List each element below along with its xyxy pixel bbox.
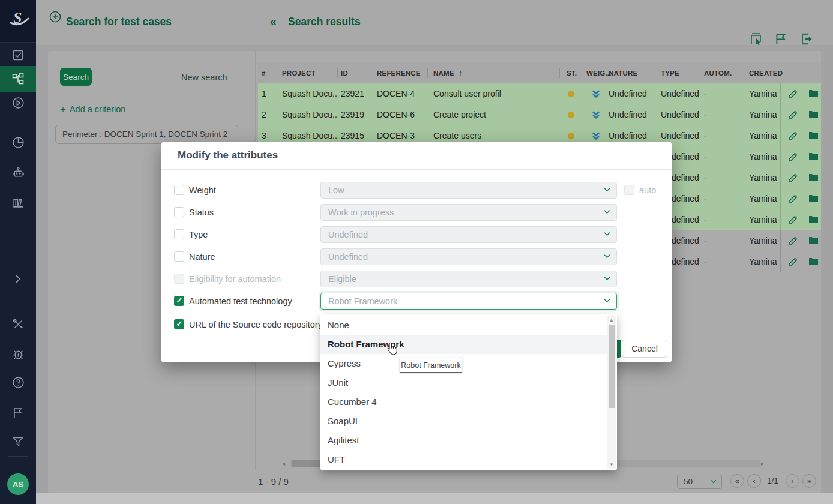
- folder-icon[interactable]: [808, 131, 819, 141]
- option-soapui[interactable]: SoapUI: [320, 412, 607, 431]
- sidebar-item-reporting[interactable]: [0, 130, 36, 154]
- col-created[interactable]: CREATED: [749, 63, 783, 83]
- folder-icon[interactable]: [808, 173, 819, 183]
- sidebar-item-filter[interactable]: [0, 430, 36, 454]
- option-cucumber-4[interactable]: Cucumber 4: [320, 392, 607, 412]
- next-page-button[interactable]: ›: [786, 474, 799, 488]
- option-agilitest[interactable]: Agilitest: [320, 431, 607, 450]
- sidebar-item-help[interactable]: [0, 370, 36, 394]
- back-button[interactable]: [49, 11, 61, 23]
- row-actions: [780, 188, 821, 209]
- type-select[interactable]: Undefined: [320, 226, 617, 243]
- sidebar-item-test-cases[interactable]: [0, 66, 36, 92]
- folder-icon[interactable]: [808, 110, 819, 120]
- type-checkbox[interactable]: [174, 229, 184, 239]
- edit-icon[interactable]: [788, 173, 798, 183]
- weight-select[interactable]: Low: [320, 182, 617, 199]
- edit-icon[interactable]: [788, 236, 798, 246]
- sidebar-item-administration[interactable]: [0, 312, 36, 336]
- folder-icon[interactable]: [808, 152, 819, 162]
- table-row[interactable]: 1Squash Docu...23921DOCEN-4Consult user …: [258, 83, 821, 104]
- cancel-button[interactable]: Cancel: [622, 340, 667, 358]
- row-actions: [780, 125, 821, 146]
- sidebar-item-bugtracker[interactable]: [0, 342, 36, 366]
- edit-icon[interactable]: [788, 131, 798, 141]
- mass-edit-button[interactable]: [749, 32, 763, 47]
- last-page-button[interactable]: »: [802, 474, 816, 488]
- status-checkbox[interactable]: [174, 207, 184, 217]
- chevron-down-icon: [604, 209, 610, 215]
- col-reference[interactable]: REFERENCE: [377, 63, 421, 83]
- edit-icon[interactable]: [788, 110, 798, 120]
- option-none[interactable]: None: [320, 316, 607, 335]
- scroll-down-icon[interactable]: ▼: [607, 462, 616, 467]
- prev-page-button[interactable]: ‹: [747, 474, 761, 488]
- edit-icon[interactable]: [788, 89, 798, 99]
- folder-icon[interactable]: [808, 89, 819, 99]
- sidebar-item-requirements[interactable]: [0, 43, 36, 67]
- sidebar-item-documentation[interactable]: [0, 190, 36, 214]
- sidebar-expand-button[interactable]: [0, 267, 36, 291]
- eligibility-checkbox[interactable]: [174, 274, 184, 284]
- scroll-right-icon[interactable]: ▸: [761, 460, 764, 467]
- dropdown-scrollbar[interactable]: ▲ ▼: [607, 316, 616, 469]
- page-size-select[interactable]: 50: [677, 475, 722, 489]
- sidebar-item-automation[interactable]: [0, 160, 36, 184]
- automated-test-technology-select[interactable]: Robot Framework: [320, 293, 617, 310]
- col-id[interactable]: ID: [341, 63, 348, 83]
- export-button[interactable]: [799, 32, 814, 47]
- result-range: 1 - 9 / 9: [258, 476, 289, 487]
- results-collapse-chevrons[interactable]: «: [270, 15, 277, 28]
- new-search-link[interactable]: New search: [181, 73, 227, 82]
- sidebar-item-executions[interactable]: [0, 91, 36, 115]
- app-logo[interactable]: S: [0, 0, 36, 43]
- sidebar-divider: [8, 456, 28, 457]
- nature-checkbox[interactable]: [174, 251, 184, 262]
- col-name[interactable]: NAME: [433, 63, 454, 83]
- bug-icon: [12, 348, 25, 361]
- option-junit[interactable]: JUnit: [320, 373, 607, 392]
- col-num[interactable]: #: [262, 63, 266, 83]
- col-nature[interactable]: NATURE: [609, 63, 637, 83]
- user-avatar[interactable]: AS: [7, 473, 29, 495]
- field-weight: Weight Low auto: [161, 182, 672, 199]
- col-type[interactable]: TYPE: [661, 63, 679, 83]
- source-url-checkbox[interactable]: [174, 319, 184, 329]
- option-uft[interactable]: UFT: [320, 450, 607, 469]
- status-select[interactable]: Work in progress: [320, 204, 617, 221]
- folder-icon[interactable]: [808, 215, 819, 225]
- tools-icon: [12, 318, 25, 331]
- folder-icon[interactable]: [808, 194, 819, 204]
- option-robot-framework[interactable]: Robot Framework: [320, 335, 607, 354]
- folder-icon[interactable]: [808, 236, 819, 246]
- col-project[interactable]: PROJECT: [282, 63, 316, 83]
- add-criterion-link[interactable]: +Add a criterion: [60, 104, 125, 116]
- col-status[interactable]: ST.: [567, 63, 577, 83]
- automated-test-technology-checkbox[interactable]: [174, 296, 184, 306]
- plus-icon: +: [60, 104, 66, 115]
- weight-checkbox[interactable]: [174, 185, 184, 195]
- scroll-left-icon[interactable]: ◂: [282, 460, 285, 467]
- option-cypress[interactable]: Cypress: [320, 354, 607, 373]
- dropdown-scroll-thumb[interactable]: [609, 325, 615, 408]
- flag-icon: [12, 407, 24, 419]
- folder-icon[interactable]: [808, 257, 819, 267]
- nature-select[interactable]: Undefined: [320, 248, 617, 265]
- first-page-button[interactable]: «: [730, 474, 744, 488]
- table-row[interactable]: 2Squash Docu...23919DOCEN-6Create projec…: [258, 104, 821, 125]
- sort-asc-icon[interactable]: ↑: [459, 63, 463, 83]
- eligibility-select[interactable]: Eligible: [320, 271, 617, 287]
- edit-icon[interactable]: [788, 257, 798, 267]
- edit-icon[interactable]: [788, 215, 798, 225]
- scroll-up-icon[interactable]: ▲: [607, 317, 616, 323]
- chevron-down-icon: [604, 232, 610, 237]
- sidebar-item-milestones[interactable]: [0, 401, 36, 425]
- row-actions: [780, 167, 821, 188]
- col-autom[interactable]: AUTOM.: [704, 63, 732, 83]
- search-button[interactable]: Search: [60, 68, 92, 86]
- auto-checkbox[interactable]: [624, 185, 634, 195]
- col-weight[interactable]: WEIG...: [586, 63, 612, 83]
- edit-icon[interactable]: [788, 194, 798, 204]
- flag-results-button[interactable]: [774, 32, 789, 47]
- edit-icon[interactable]: [788, 152, 798, 162]
